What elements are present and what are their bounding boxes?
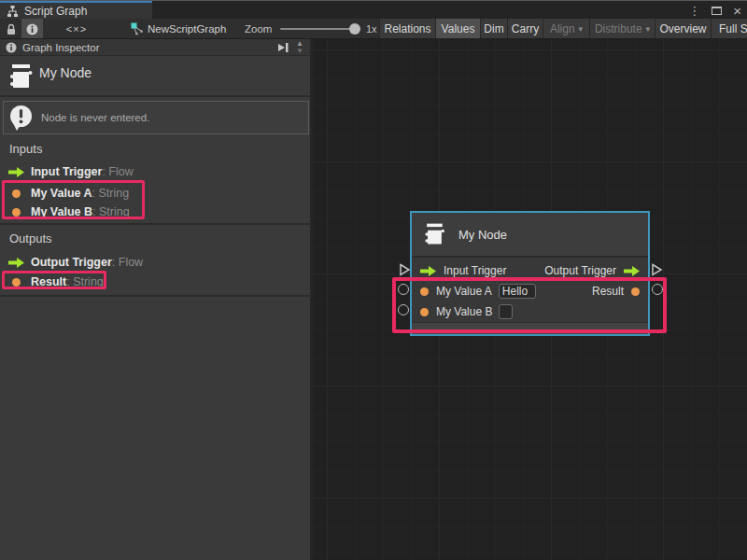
port-type: : Flow <box>112 256 143 269</box>
overview-button[interactable]: Overview <box>655 19 711 39</box>
port-type: : String <box>92 205 130 218</box>
code-view-button[interactable]: <×> <box>58 19 95 39</box>
node-icon <box>8 62 33 91</box>
flow-arrow-icon <box>8 258 24 268</box>
value-port-icon <box>12 208 21 217</box>
zoom-slider-handle[interactable] <box>349 23 360 35</box>
maximize-icon[interactable] <box>712 7 722 15</box>
port-row-my-value-a[interactable]: My Value A : String <box>0 186 312 201</box>
node-row-triggers: Input Trigger Output Trigger <box>412 261 648 280</box>
node-row-value-b: My Value B <box>412 302 648 321</box>
value-port-icon[interactable] <box>420 287 429 296</box>
align-label: Align <box>550 22 575 35</box>
lock-icon <box>6 23 17 35</box>
inspector-title: Graph Inspector <box>22 42 99 53</box>
node-title: My Node <box>458 228 507 242</box>
scroll-down-icon[interactable]: ▼ <box>296 48 303 55</box>
port-row-input-trigger[interactable]: Input Trigger : Flow <box>0 164 312 179</box>
script-graph-window: Script Graph ⋮ × <×> <box>0 0 747 560</box>
window-controls: ⋮ × <box>688 1 741 20</box>
caret-down-icon: ▾ <box>579 24 584 34</box>
graph-asset-icon <box>130 19 144 39</box>
script-graph-icon <box>7 6 19 17</box>
output-trigger-label: Output Trigger <box>544 264 616 277</box>
port-name: Input Trigger <box>31 165 102 178</box>
node-footer <box>412 322 648 334</box>
value-port-icon <box>12 278 21 287</box>
section-divider <box>0 295 312 297</box>
port-type: : String <box>92 187 130 200</box>
port-row-result[interactable]: Result : String <box>0 274 312 289</box>
distribute-dropdown[interactable]: Distribute ▾ <box>589 19 655 39</box>
inputs-section-header: Inputs <box>9 142 42 156</box>
view-button-group: Relations Values Dim Carry Align ▾ Distr… <box>379 19 747 39</box>
graph-node-my-node[interactable]: My Node Input Trigger Output Trigger My … <box>410 211 650 336</box>
value-port-icon <box>12 189 21 198</box>
inspector-node-title: My Node <box>39 65 92 80</box>
distribute-label: Distribute <box>595 22 642 35</box>
port-type: : Flow <box>102 165 133 178</box>
port-name: Output Trigger <box>31 256 112 269</box>
result-port[interactable] <box>652 284 663 295</box>
value-port-icon[interactable] <box>631 287 640 296</box>
flow-arrow-icon[interactable] <box>420 266 436 276</box>
inspector-toggle-button[interactable] <box>21 19 43 39</box>
node-icon <box>423 221 445 247</box>
value-a-input[interactable] <box>499 284 536 299</box>
graph-name-label[interactable]: NewScriptGraph <box>148 19 226 39</box>
lock-button[interactable] <box>2 19 21 39</box>
window-menu-icon[interactable]: ⋮ <box>688 5 700 17</box>
value-a-port[interactable] <box>398 284 409 295</box>
flow-arrow-icon[interactable] <box>624 266 640 276</box>
port-name: Result <box>31 275 66 288</box>
graph-canvas[interactable]: My Node Input Trigger Output Trigger My … <box>312 39 747 560</box>
align-dropdown[interactable]: Align ▾ <box>543 19 589 39</box>
value-port-icon[interactable] <box>420 308 429 316</box>
tab-script-graph[interactable]: Script Graph <box>0 1 152 20</box>
graph-inspector-panel: Graph Inspector ▲ ▼ My Node <box>0 39 312 560</box>
caret-down-icon: ▾ <box>646 24 651 34</box>
info-icon <box>6 42 17 53</box>
zoom-value: 1x <box>366 19 377 39</box>
outputs-section-header: Outputs <box>9 231 52 245</box>
value-b-input[interactable] <box>499 304 513 319</box>
warning-text: Node is never entered. <box>41 112 149 123</box>
port-row-output-trigger[interactable]: Output Trigger : Flow <box>0 255 312 270</box>
value-a-label: My Value A <box>436 285 492 298</box>
port-row-my-value-b[interactable]: My Value B : String <box>0 204 312 219</box>
dim-button[interactable]: Dim <box>480 19 507 39</box>
flow-input-port[interactable] <box>399 263 411 280</box>
section-divider <box>0 223 312 225</box>
info-icon <box>26 23 38 35</box>
carry-button[interactable]: Carry <box>507 19 543 39</box>
warning-box: Node is never entered. <box>3 101 309 134</box>
close-icon[interactable]: × <box>733 4 741 18</box>
zoom-slider-track[interactable] <box>280 28 355 30</box>
zoom-label: Zoom <box>245 19 272 39</box>
value-b-port[interactable] <box>398 304 409 315</box>
port-type: : String <box>66 275 104 288</box>
tab-bar: Script Graph ⋮ × <box>0 0 747 19</box>
graph-toolbar: <×> NewScriptGraph Zoom 1x Relations Val… <box>0 19 747 39</box>
port-name: My Value B <box>31 205 92 218</box>
node-header[interactable]: My Node <box>412 213 648 258</box>
relations-button[interactable]: Relations <box>379 19 435 39</box>
dock-panel-icon[interactable] <box>276 42 289 53</box>
flow-arrow-icon <box>8 167 24 177</box>
selected-node-summary: My Node <box>0 56 310 97</box>
port-name: My Value A <box>31 187 92 200</box>
inspector-header: Graph Inspector ▲ ▼ <box>0 39 310 56</box>
tab-label: Script Graph <box>24 5 87 18</box>
result-label: Result <box>592 285 624 298</box>
input-trigger-label: Input Trigger <box>444 264 506 277</box>
fullscreen-button[interactable]: Full Screen <box>711 19 747 39</box>
node-row-value-a: My Value A Result <box>412 282 648 301</box>
warning-bubble-icon <box>8 105 34 132</box>
flow-output-port[interactable] <box>651 263 663 280</box>
values-button[interactable]: Values <box>435 19 480 39</box>
code-icon: <×> <box>66 23 87 35</box>
value-b-label: My Value B <box>436 305 492 318</box>
panel-scroll-arrows[interactable]: ▲ ▼ <box>293 40 306 55</box>
